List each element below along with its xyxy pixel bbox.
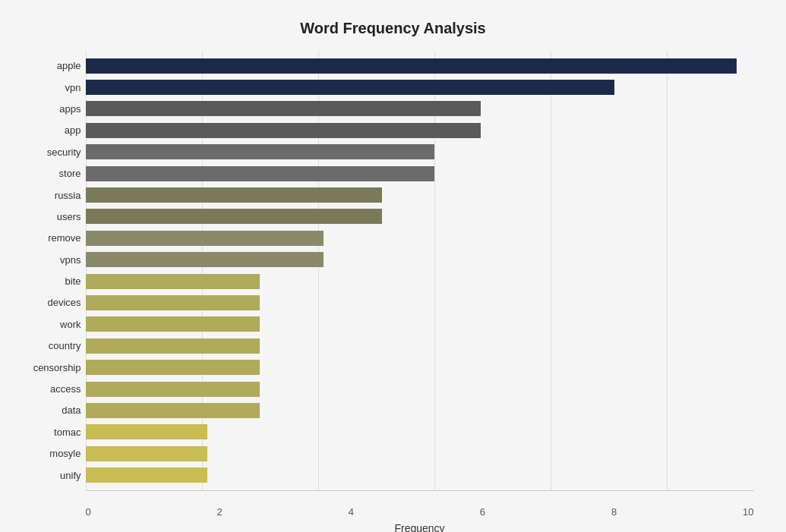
bar-row: bite: [86, 272, 754, 291]
bar-row: store: [86, 165, 754, 183]
bar-label: data: [13, 405, 81, 416]
bar-row: app: [86, 121, 754, 140]
bar-row: access: [86, 380, 754, 398]
bar-label: access: [13, 383, 81, 395]
bar-label: bite: [13, 275, 81, 287]
x-tick-0: 0: [86, 506, 91, 518]
bar: [86, 467, 208, 483]
x-tick-10: 10: [743, 506, 753, 518]
bar-row: data: [86, 401, 754, 420]
bar: [86, 446, 208, 461]
bar: [86, 209, 382, 224]
bar-label: store: [13, 168, 81, 179]
bar: [86, 382, 260, 397]
bar-row: users: [86, 207, 754, 225]
bar-row: vpns: [86, 250, 754, 269]
x-tick-8: 8: [611, 506, 617, 518]
bar-row: apple: [86, 57, 754, 75]
bar-label: russia: [13, 190, 81, 201]
bar: [86, 58, 737, 74]
bar-row: tomac: [86, 423, 754, 441]
bar-row: devices: [86, 294, 754, 312]
bar-row: vpn: [86, 78, 754, 96]
bar-label: remove: [13, 232, 81, 244]
bar-row: censorship: [86, 358, 754, 376]
bar: [86, 144, 434, 159]
bar: [86, 316, 260, 332]
bar: [86, 80, 614, 95]
bar-label: unify: [13, 470, 81, 481]
bar-row: unify: [86, 466, 754, 484]
chart-container: Word Frequency Analysis applevpnappsapps…: [10, 5, 777, 528]
x-axis-labels: 0 2 4 6 8 10: [86, 506, 754, 518]
bar-label: devices: [13, 297, 81, 308]
bar: [86, 166, 434, 181]
bar: [86, 231, 324, 246]
bar-label: vpns: [13, 254, 81, 266]
x-tick-2: 2: [217, 506, 223, 518]
bar-label: apps: [13, 103, 81, 115]
bar-row: country: [86, 337, 754, 355]
bar-label: users: [13, 211, 81, 222]
bar-row: mosyle: [86, 445, 754, 463]
bar: [86, 403, 260, 418]
x-axis-title: Frequency: [86, 521, 754, 533]
bar-label: censorship: [13, 362, 81, 373]
bar-row: apps: [86, 99, 754, 118]
bar-label: vpn: [13, 82, 81, 93]
bar: [86, 338, 260, 354]
bar: [86, 101, 481, 116]
bar-label: apple: [13, 60, 81, 71]
chart-title: Word Frequency Analysis: [33, 20, 754, 37]
bar: [86, 274, 260, 289]
bar-row: security: [86, 143, 754, 161]
bar-row: work: [86, 315, 754, 333]
bar: [86, 295, 260, 310]
bar: [86, 187, 382, 203]
bar-label: mosyle: [13, 448, 81, 459]
bar-label: work: [13, 319, 81, 330]
bar-label: security: [13, 146, 81, 158]
bar-label: app: [13, 124, 81, 136]
bar: [86, 123, 481, 138]
bar-label: tomac: [13, 427, 81, 438]
x-tick-6: 6: [480, 506, 485, 518]
bar: [86, 424, 208, 439]
bar-label: country: [13, 340, 81, 351]
bar-row: remove: [86, 229, 754, 247]
x-tick-4: 4: [349, 506, 354, 518]
bar: [86, 360, 260, 375]
bar-row: russia: [86, 186, 754, 204]
bar: [86, 252, 324, 267]
